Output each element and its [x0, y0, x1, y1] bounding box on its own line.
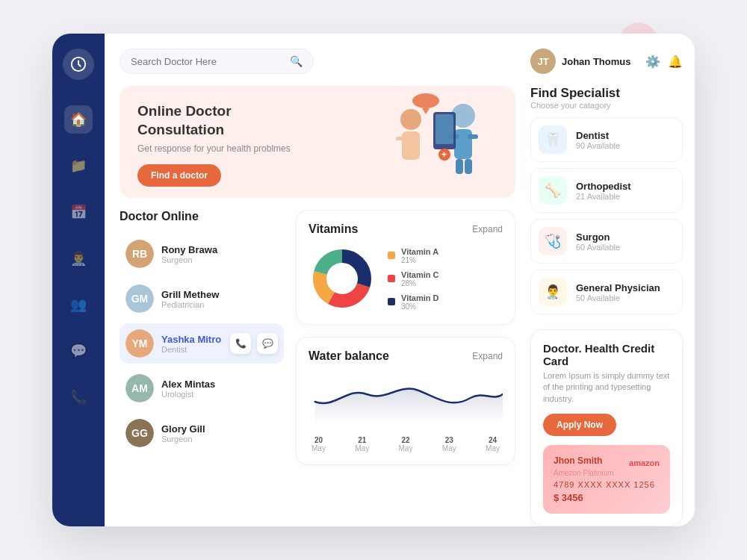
hero-title: Online Doctor Consultation	[137, 102, 317, 139]
card-type: Amezon Platinium	[554, 469, 660, 477]
credit-title: Doctor. Health Credit Card	[543, 342, 670, 367]
specialist-card-surgeon[interactable]: 🩺 Surgon 60 Available	[530, 219, 683, 264]
lower-section: Doctor Online RB Rony Brawa Surgeon GM	[120, 210, 515, 511]
vitamin-legend: Vitamin A 21% Vitamin C 28%	[388, 247, 439, 311]
axis-item: 23 May	[442, 436, 456, 452]
avatar: YM	[125, 329, 154, 358]
specialist-card-orthopedist[interactable]: 🦴 Orthopedist 21 Available	[530, 168, 683, 213]
water-balance-card: Water balance Expand	[296, 337, 515, 465]
orthopedist-icon: 🦴	[539, 176, 567, 205]
legend-dot-a	[388, 252, 395, 259]
notification-icon[interactable]: 🔔	[668, 55, 683, 69]
doctor-item-active[interactable]: YM Yashka Mitro Dentist 📞 💬	[120, 323, 284, 364]
svg-rect-2	[454, 129, 472, 159]
chat-icon[interactable]: 💬	[257, 333, 278, 354]
legend-item-a: Vitamin A 21%	[388, 247, 439, 264]
card-brand-text: amazon	[629, 458, 660, 467]
doctor-name: Glory Gill	[161, 423, 205, 435]
user-info: JT Johan Thomus	[530, 49, 630, 74]
hero-banner: Online Doctor Consultation Get response …	[120, 86, 515, 198]
svg-marker-16	[422, 108, 430, 114]
user-name: Johan Thomus	[562, 56, 630, 67]
search-input[interactable]	[131, 56, 290, 67]
doctor-item[interactable]: GG Glory Gill Surgeon	[120, 413, 284, 453]
surgeon-icon: 🩺	[539, 227, 567, 255]
sidebar-item-doctor[interactable]: 👨‍⚕️	[64, 244, 93, 273]
doctor-item[interactable]: AM Alex Mintas Urologist	[120, 368, 284, 408]
svg-rect-8	[402, 131, 420, 160]
svg-point-15	[412, 93, 439, 108]
svg-text:+: +	[441, 149, 447, 160]
main-content: 🔍 Online Doctor Consultation Get respons…	[105, 34, 530, 526]
specialist-card-dentist[interactable]: 🦷 Dentist 90 Available	[530, 117, 683, 162]
doctor-name: Grill Methew	[161, 289, 219, 300]
dentist-icon: 🦷	[539, 125, 567, 154]
card-balance: $ 3456	[554, 492, 660, 503]
water-balance-title: Water balance	[309, 349, 389, 363]
svg-rect-9	[396, 137, 405, 140]
svg-rect-12	[436, 114, 453, 144]
credit-card-section: Doctor. Health Credit Card Lorem Ipsum i…	[530, 329, 683, 526]
doctor-name: Alex Mintas	[161, 379, 215, 390]
apply-now-button[interactable]: Apply Now	[543, 414, 616, 436]
search-icon: 🔍	[290, 55, 303, 67]
vitamins-content: Vitamin A 21% Vitamin C 28%	[309, 245, 503, 312]
search-bar: 🔍	[120, 49, 314, 74]
svg-rect-6	[465, 159, 472, 174]
svg-rect-5	[456, 159, 463, 174]
sidebar-logo[interactable]	[63, 49, 94, 80]
axis-item: 24 May	[486, 436, 500, 452]
doctor-name: Yashka Mitro	[161, 334, 221, 345]
card-number: 4789 XXXX XXXX 1256	[554, 480, 660, 489]
charts-panel: Vitamins Expand	[296, 210, 515, 511]
doctor-online-title: Doctor Online	[120, 210, 284, 223]
vitamins-donut	[309, 245, 376, 312]
svg-rect-10	[411, 137, 420, 140]
doctor-name: Rony Brawa	[161, 244, 217, 255]
sidebar-item-users[interactable]: 👥	[64, 290, 93, 319]
svg-rect-4	[468, 134, 478, 139]
sidebar-item-calendar[interactable]: 📅	[64, 198, 93, 226]
right-panel: JT Johan Thomus ⚙️ 🔔 Find Specialist Cho…	[530, 34, 695, 526]
hero-illustration: +	[359, 93, 508, 190]
sidebar-item-folder[interactable]: 📁	[64, 152, 93, 180]
legend-dot-d	[388, 298, 395, 305]
card-visual: Jhon Smith amazon Amezon Platinium 4789 …	[543, 445, 670, 514]
doctor-item[interactable]: GM Grill Methew Pediatrician	[120, 279, 284, 319]
doctor-actions: 📞 💬	[230, 333, 278, 354]
avatar: GG	[125, 419, 154, 447]
water-balance-expand-button[interactable]: Expand	[472, 351, 503, 361]
axis-item: 21 May	[355, 436, 369, 452]
credit-desc: Lorem Ipsum is simply dummy text of the …	[543, 370, 670, 405]
doctor-specialty: Pediatrician	[161, 300, 219, 309]
avatar: RB	[125, 240, 154, 268]
sidebar-item-chat[interactable]: 💬	[64, 337, 93, 365]
specialist-subtitle: Choose your catagory	[530, 101, 683, 110]
doctor-item[interactable]: RB Rony Brawa Surgeon	[120, 234, 284, 274]
sidebar-item-home[interactable]: 🏠	[64, 105, 93, 134]
avatar: AM	[125, 374, 154, 402]
call-icon[interactable]: 📞	[230, 333, 251, 354]
specialist-title: Find Specialist	[530, 86, 683, 101]
water-axis: 20 May 21 May 22 May 23	[309, 436, 503, 452]
axis-item: 22 May	[399, 436, 413, 452]
vitamins-title: Vitamins	[309, 223, 358, 236]
doctor-specialty: Dentist	[161, 345, 221, 354]
find-doctor-button[interactable]: Find a doctor	[137, 164, 221, 187]
specialist-card-physician[interactable]: 👨‍⚕️ General Physician 50 Available	[530, 270, 683, 314]
legend-dot-c	[388, 275, 395, 282]
doctor-specialty: Urologist	[161, 390, 215, 399]
vitamins-expand-button[interactable]: Expand	[472, 224, 503, 234]
avatar: GM	[125, 284, 154, 313]
settings-icon[interactable]: ⚙️	[645, 55, 660, 69]
vitamins-card: Vitamins Expand	[296, 210, 515, 325]
doctor-online-panel: Doctor Online RB Rony Brawa Surgeon GM	[120, 210, 284, 511]
find-specialist-section: Find Specialist Choose your catagory 🦷 D…	[530, 86, 683, 320]
sidebar-item-phone[interactable]: 📞	[64, 383, 93, 411]
doctor-specialty: Surgeon	[161, 435, 205, 444]
user-avatar: JT	[530, 49, 556, 74]
header-icons: ⚙️ 🔔	[645, 55, 683, 69]
physician-icon: 👨‍⚕️	[539, 278, 567, 306]
legend-item-d: Vitamin D 30%	[388, 293, 439, 311]
svg-point-22	[327, 264, 357, 293]
